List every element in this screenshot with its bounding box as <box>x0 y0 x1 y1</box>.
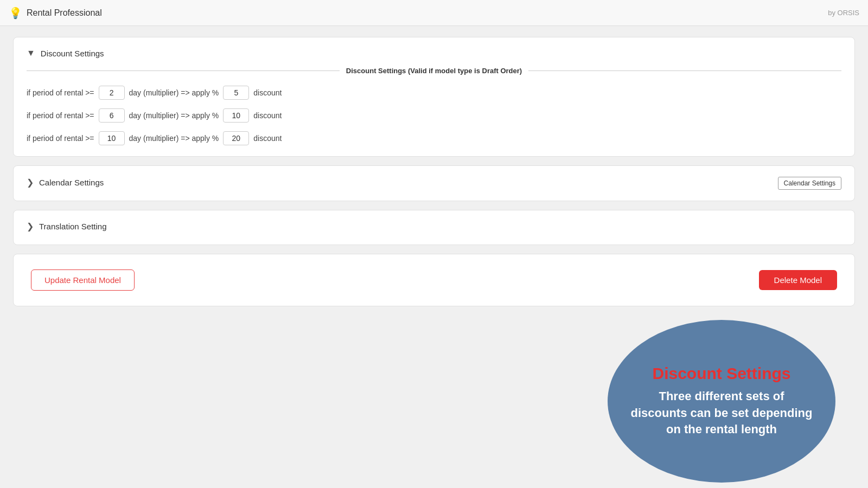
discount-row-3-mid: day (multiplier) => apply % <box>129 134 219 143</box>
bulb-icon: 💡 <box>9 7 22 20</box>
calendar-section-header[interactable]: ❯ Calendar Settings <box>27 177 104 188</box>
calendar-chevron-icon: ❯ <box>27 177 34 188</box>
discount-section-title: Discount Settings <box>41 49 104 58</box>
discount-divider: Discount Settings (Valid if model type i… <box>27 67 841 75</box>
top-bar: 💡 Rental Professional by ORSIS <box>0 0 868 26</box>
discount-row-2: if period of rental >= day (multiplier) … <box>27 108 841 123</box>
action-card: Update Rental Model Delete Model <box>13 254 855 306</box>
discount-row-1-percent-input[interactable] <box>223 86 249 100</box>
calendar-section-title: Calendar Settings <box>39 178 104 187</box>
discount-settings-card: ▼ Discount Settings Discount Settings (V… <box>13 37 855 157</box>
app-logo-area: 💡 Rental Professional <box>9 7 102 20</box>
discount-row-2-prefix: if period of rental >= <box>27 111 94 120</box>
discount-row-1-days-input[interactable] <box>99 86 125 100</box>
tooltip-bubble: Discount Settings Three different sets o… <box>608 320 835 483</box>
discount-row-3-days-input[interactable] <box>99 131 125 145</box>
translation-section-title: Translation Setting <box>39 222 107 231</box>
tooltip-title: Discount Settings <box>652 364 790 383</box>
discount-row-1-suffix: discount <box>253 88 282 97</box>
tooltip-body: Three different sets of discounts can be… <box>629 388 814 438</box>
discount-section-header[interactable]: ▼ Discount Settings <box>27 48 841 58</box>
app-title: Rental Professional <box>27 8 102 18</box>
discount-row-3-percent-input[interactable] <box>223 131 249 145</box>
delete-model-button[interactable]: Delete Model <box>759 270 837 290</box>
translation-settings-card: ❯ Translation Setting <box>13 210 855 245</box>
translation-chevron-icon: ❯ <box>27 221 34 232</box>
discount-row-1-prefix: if period of rental >= <box>27 88 94 97</box>
discount-row-2-percent-input[interactable] <box>223 108 249 123</box>
update-rental-model-button[interactable]: Update Rental Model <box>31 269 135 291</box>
discount-row-1: if period of rental >= day (multiplier) … <box>27 86 841 100</box>
app-byline: by ORSIS <box>828 9 859 17</box>
discount-row-1-mid: day (multiplier) => apply % <box>129 88 219 97</box>
calendar-settings-card: ❯ Calendar Settings Calendar Settings <box>13 165 855 201</box>
discount-row-2-days-input[interactable] <box>99 108 125 123</box>
discount-divider-label: Discount Settings (Valid if model type i… <box>340 67 528 75</box>
discount-row-3: if period of rental >= day (multiplier) … <box>27 131 841 145</box>
discount-row-3-prefix: if period of rental >= <box>27 134 94 143</box>
discount-row-3-suffix: discount <box>253 134 282 143</box>
calendar-settings-button[interactable]: Calendar Settings <box>778 177 841 190</box>
translation-section-header[interactable]: ❯ Translation Setting <box>27 221 841 232</box>
main-content: ▼ Discount Settings Discount Settings (V… <box>0 26 868 317</box>
discount-row-2-mid: day (multiplier) => apply % <box>129 111 219 120</box>
discount-chevron-icon: ▼ <box>27 48 35 58</box>
discount-row-2-suffix: discount <box>253 111 282 120</box>
calendar-header-row: ❯ Calendar Settings Calendar Settings <box>27 177 841 190</box>
